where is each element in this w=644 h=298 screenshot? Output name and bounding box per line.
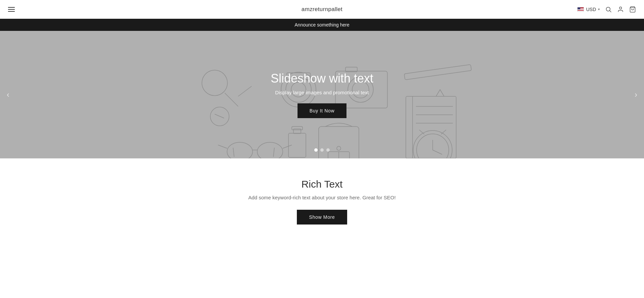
svg-point-30 — [227, 142, 253, 158]
account-button[interactable] — [617, 6, 624, 13]
svg-line-27 — [419, 130, 424, 134]
currency-selector[interactable]: USD ▾ — [577, 7, 600, 12]
buy-now-button[interactable]: Buy It Now — [298, 103, 347, 118]
show-more-button[interactable]: Show More — [297, 210, 347, 225]
rich-text-section: Rich Text Add some keyword-rich text abo… — [0, 158, 644, 251]
slide-dot-3[interactable] — [326, 148, 330, 152]
slide-dot-2[interactable] — [320, 148, 324, 152]
svg-line-6 — [238, 86, 252, 96]
site-logo[interactable]: amzreturnpallet — [302, 6, 342, 13]
announcement-text: Announce something here — [294, 22, 349, 28]
slideshow-content: Slideshow with text Display large images… — [271, 71, 373, 118]
svg-line-1 — [610, 10, 611, 12]
chevron-down-icon: ▾ — [598, 7, 600, 11]
svg-line-28 — [441, 130, 446, 134]
site-header: amzreturnpallet USD ▾ — [0, 0, 644, 19]
menu-button[interactable] — [8, 7, 15, 12]
cart-button[interactable] — [629, 6, 636, 13]
svg-line-33 — [218, 145, 227, 148]
slideshow-next-button[interactable]: › — [631, 87, 641, 103]
svg-rect-17 — [404, 64, 472, 80]
header-right: USD ▾ — [577, 6, 636, 13]
svg-point-4 — [202, 70, 227, 96]
slideshow-dots — [314, 148, 330, 152]
svg-point-0 — [606, 7, 610, 11]
svg-point-43 — [337, 146, 341, 150]
header-left — [8, 7, 15, 12]
slideshow-subtitle: Display large images and promotional tex… — [271, 90, 373, 95]
search-button[interactable] — [605, 6, 612, 13]
svg-line-5 — [225, 93, 238, 106]
svg-line-26 — [433, 150, 442, 154]
slideshow: ‹ Slideshow with text Display large imag… — [0, 31, 644, 158]
svg-point-2 — [620, 7, 622, 9]
rich-text-title: Rich Text — [7, 179, 637, 190]
svg-point-31 — [257, 142, 283, 158]
slideshow-title: Slideshow with text — [271, 71, 373, 86]
us-flag-icon — [577, 7, 584, 12]
svg-line-8 — [215, 114, 224, 118]
svg-rect-38 — [293, 129, 301, 134]
announcement-bar: Announce something here — [0, 19, 644, 31]
svg-line-36 — [273, 148, 274, 157]
slide-dot-1[interactable] — [314, 148, 318, 152]
svg-line-35 — [233, 148, 234, 157]
svg-line-34 — [283, 145, 292, 148]
slideshow-prev-button[interactable]: ‹ — [3, 87, 13, 103]
rich-text-subtitle: Add some keyword-rich text about your st… — [7, 195, 637, 200]
currency-label: USD — [586, 7, 596, 12]
